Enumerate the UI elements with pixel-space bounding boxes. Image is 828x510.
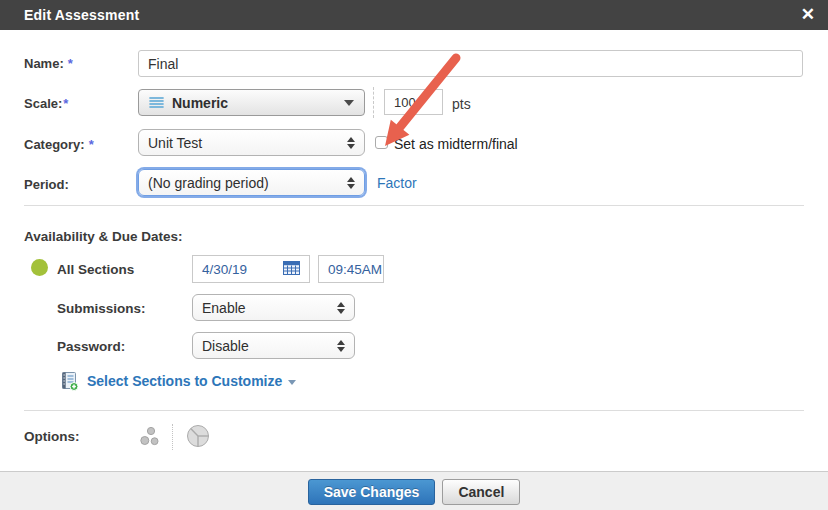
cancel-button[interactable]: Cancel [442, 479, 520, 505]
availability-heading: Availability & Due Dates: [24, 229, 183, 244]
section-divider [24, 410, 804, 411]
modal-header: Edit Assessment ✕ [0, 0, 828, 30]
name-label: Name:* [24, 56, 73, 71]
scale-required-asterisk: * [63, 96, 68, 111]
name-input[interactable] [138, 50, 803, 77]
options-label: Options: [24, 429, 80, 444]
name-label-text: Name: [24, 56, 64, 71]
options-divider [172, 424, 173, 450]
due-time-value: 09:45AM [328, 262, 382, 277]
period-label: Period: [24, 177, 69, 192]
category-label-text: Category: [24, 137, 85, 152]
section-divider [24, 205, 804, 206]
submissions-selected-value: Enable [202, 300, 246, 316]
category-select[interactable]: Unit Test [138, 129, 365, 156]
due-date-input[interactable]: 4/30/19 [192, 255, 310, 283]
password-select[interactable]: Disable [192, 332, 355, 359]
factor-link[interactable]: Factor [377, 175, 417, 191]
modal-footer: Save Changes Cancel [0, 471, 828, 510]
period-selected-value: (No grading period) [148, 175, 269, 191]
due-date-value: 4/30/19 [202, 262, 247, 277]
password-label: Password: [57, 339, 125, 354]
period-select[interactable]: (No grading period) [138, 169, 365, 196]
grade-statistics-icon[interactable] [138, 425, 164, 453]
midterm-final-checkbox-label: Set as midterm/final [394, 136, 518, 152]
pie-chart-icon[interactable] [186, 424, 210, 452]
select-sections-link-text: Select Sections to Customize [87, 373, 282, 389]
all-sections-label: All Sections [57, 262, 134, 277]
sections-notebook-icon[interactable] [58, 370, 79, 395]
points-input[interactable] [384, 89, 443, 115]
modal-title: Edit Assessment [24, 7, 139, 23]
submissions-label: Submissions: [57, 301, 146, 316]
submissions-select[interactable]: Enable [192, 294, 355, 321]
select-stepper-icon [347, 177, 355, 189]
select-sections-link[interactable]: Select Sections to Customize [87, 373, 296, 389]
calendar-icon[interactable] [283, 260, 300, 279]
chevron-down-icon [288, 380, 296, 385]
numeric-scale-icon [149, 97, 164, 108]
scale-label: Scale:* [24, 96, 68, 111]
period-label-text: Period: [24, 177, 69, 192]
name-required-asterisk: * [68, 56, 73, 71]
due-time-input[interactable]: 09:45AM [318, 255, 384, 283]
scale-points-divider [373, 87, 374, 118]
password-selected-value: Disable [202, 338, 249, 354]
points-unit-label: pts [452, 96, 471, 112]
category-label: Category:* [24, 137, 94, 152]
select-stepper-icon [337, 340, 345, 352]
scale-label-text: Scale: [24, 96, 62, 111]
close-icon[interactable]: ✕ [801, 0, 815, 30]
select-stepper-icon [347, 137, 355, 149]
category-selected-value: Unit Test [148, 135, 202, 151]
edit-assessment-modal: Edit Assessment ✕ Name:* Scale:* Numeric… [0, 0, 828, 510]
all-sections-status-dot [31, 259, 48, 276]
scale-selected-value: Numeric [172, 95, 228, 111]
save-changes-button[interactable]: Save Changes [308, 479, 436, 505]
chevron-down-icon [344, 100, 354, 106]
select-stepper-icon [337, 302, 345, 314]
scale-dropdown[interactable]: Numeric [138, 89, 365, 116]
category-required-asterisk: * [89, 137, 94, 152]
midterm-final-checkbox[interactable] [375, 136, 388, 149]
